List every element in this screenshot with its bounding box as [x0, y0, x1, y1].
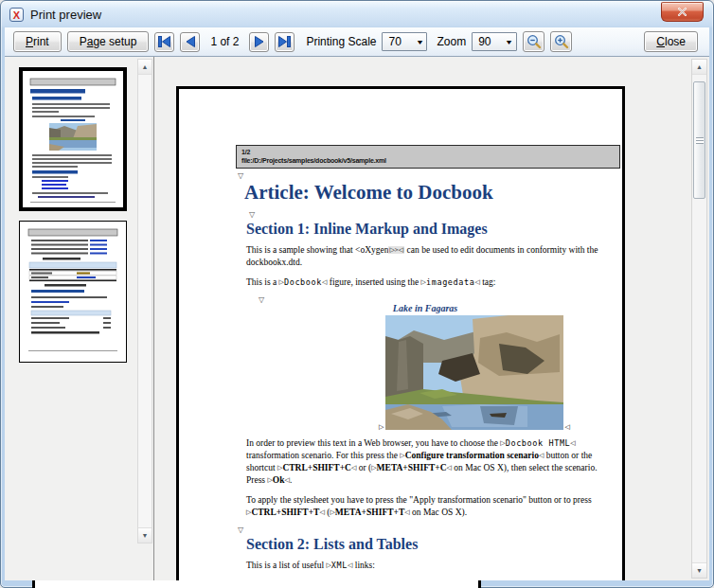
page-2-thumbnail[interactable]: [19, 221, 127, 363]
window-title: Print preview: [30, 8, 101, 22]
dropdown-arrow-icon: ▼: [505, 39, 513, 45]
page-indicator: 1 of 2: [205, 35, 243, 48]
figure-caption: Lake in Fagaras: [236, 303, 615, 313]
paragraph: In order to preview this text in a Web b…: [246, 437, 617, 487]
zoom-in-icon: [554, 34, 569, 49]
page-2-thumbnail-preview: [20, 222, 126, 362]
scrollbar-thumb[interactable]: [693, 81, 705, 199]
header-file-path: file:/D:/Projects/samples/docbook/v5/sam…: [241, 156, 615, 165]
next-page-button[interactable]: [249, 32, 269, 52]
zoom-out-button[interactable]: [523, 31, 544, 52]
first-page-icon: [158, 36, 170, 47]
zoom-label: Zoom: [437, 35, 466, 48]
page-1-thumbnail[interactable]: [19, 67, 127, 211]
printing-scale-value: 70: [388, 35, 416, 48]
thumbnails-scrollbar[interactable]: ▲ ▼: [137, 59, 152, 543]
scroll-down-icon[interactable]: ▼: [692, 562, 706, 578]
oxygen-logo-icon: X: [9, 8, 24, 22]
header-page-number: 1/2: [241, 148, 615, 156]
scroll-down-icon[interactable]: ▼: [138, 527, 152, 543]
scrollbar-grip: [696, 137, 704, 144]
section2-heading: Section 2: Lists and Tables: [246, 535, 622, 553]
preview-scrollbar[interactable]: ▲ ▼: [691, 59, 707, 579]
thumbnails-panel: ▲ ▼: [5, 57, 153, 580]
previous-page-icon: [186, 36, 195, 47]
print-button[interactable]: Print: [13, 31, 62, 52]
tag-open-icon: ▷: [379, 423, 384, 431]
section1-heading: Section 1: Inline Markup and Images: [246, 220, 622, 238]
preview-panel: 1/2 file:/D:/Projects/samples/docbook/v5…: [153, 57, 709, 580]
figure: ▷ ◁: [385, 315, 563, 430]
close-button[interactable]: Close: [644, 31, 698, 52]
fold-marker-icon[interactable]: ▽: [238, 172, 622, 179]
article-title: Article: Welcome to Docbook: [244, 181, 622, 204]
printing-scale-select[interactable]: 70 ▼: [382, 32, 427, 51]
close-icon: [677, 8, 687, 16]
print-preview-window: X Print preview Print Page setup Page: 1…: [0, 0, 714, 588]
paragraph: This is a list of useful ▷XML◁ links:: [246, 560, 617, 572]
zoom-out-icon: [527, 34, 542, 49]
fold-marker-icon[interactable]: ▽: [238, 526, 622, 533]
titlebar[interactable]: X Print preview: [1, 1, 713, 27]
toolbar: Print Page setup Page: 1 of 2 Printing S…: [5, 27, 709, 57]
next-page-icon: [255, 36, 264, 47]
window-close-button[interactable]: [661, 2, 704, 22]
page-1-thumbnail-preview: [23, 71, 123, 207]
document-page: 1/2 file:/D:/Projects/samples/docbook/v5…: [176, 86, 625, 580]
scroll-up-icon[interactable]: ▲: [138, 60, 152, 75]
tag-close-icon: ◁: [565, 423, 570, 431]
last-page-icon: [278, 36, 291, 47]
first-page-button[interactable]: [154, 32, 174, 52]
fold-marker-icon[interactable]: ▽: [249, 211, 622, 218]
printing-scale-label: Printing Scale: [306, 35, 376, 48]
scroll-up-icon[interactable]: ▲: [692, 60, 706, 75]
last-page-button[interactable]: [275, 32, 295, 52]
document-header-box: 1/2 file:/D:/Projects/samples/docbook/v5…: [236, 145, 620, 169]
paragraph: To apply the stylesheet you have to pres…: [246, 494, 617, 519]
zoom-in-button[interactable]: [550, 31, 572, 52]
content-area: ▲ ▼ 1/2 file:/D:/Projects/samples/docboo…: [5, 57, 709, 580]
dropdown-arrow-icon: ▼: [416, 39, 424, 45]
paragraph: This is a sample showing that <oXygen▷>◁…: [246, 244, 617, 269]
previous-page-button[interactable]: [180, 32, 200, 52]
fold-marker-icon[interactable]: ▽: [259, 296, 622, 303]
paragraph: This is a ▷Docbook◁ figure, inserted usi…: [246, 276, 617, 289]
zoom-value: 90: [478, 35, 506, 48]
page-setup-button[interactable]: Page setup: [67, 31, 150, 52]
lake-photo-image: [385, 315, 563, 430]
zoom-select[interactable]: 90 ▼: [472, 32, 517, 51]
